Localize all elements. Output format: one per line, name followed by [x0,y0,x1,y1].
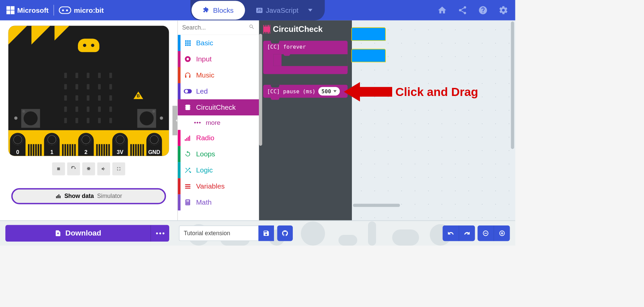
download-icon [54,230,61,237]
category-more[interactable]: more [178,115,259,130]
workspace-canvas[interactable] [352,20,515,220]
header-bar: Microsoft micro:bit Blocks JS JavaScript [0,0,515,20]
category-math[interactable]: Math [178,194,259,210]
svg-point-15 [187,58,189,60]
simulator-panel: A B 0 1 2 3V GND [0,20,177,220]
button-b[interactable] [137,109,156,128]
loop-icon [184,150,192,158]
save-icon [263,230,270,237]
blocks-flyout: CircuitCheck [CC] forever [CC] pause (ms… [259,20,352,220]
microbit-simulator[interactable]: A B 0 1 2 3V GND [8,26,169,156]
chip-icon [184,103,192,111]
debug-button[interactable] [82,162,95,175]
share-button[interactable] [457,5,468,15]
search-input[interactable] [182,24,255,31]
workspace-scroll-horizontal[interactable] [353,204,509,207]
category-led[interactable]: Led [178,83,259,99]
undo-button[interactable] [443,225,459,241]
category-label: Basic [196,39,213,47]
mute-button[interactable] [97,162,110,175]
category-music[interactable]: Music [178,67,259,83]
show-data-button[interactable]: Show data Simulator [11,188,166,204]
category-label: Loops [196,150,215,158]
download-options-button[interactable] [150,225,169,242]
category-loops[interactable]: Loops [178,146,259,162]
block-cc-forever[interactable]: [CC] forever [263,41,348,74]
category-logic[interactable]: Logic [178,162,259,178]
microbit-logo[interactable]: micro:bit [59,6,104,14]
svg-rect-10 [189,42,191,44]
pin-3v[interactable]: 3V [112,133,128,156]
block-cc-pause[interactable]: [CC] pause (ms) 500 [263,85,348,98]
help-button[interactable] [477,5,488,15]
category-variables[interactable]: Variables [178,178,259,194]
svg-rect-34 [185,188,190,189]
svg-rect-31 [189,136,190,141]
button-a[interactable] [21,109,40,128]
bars-icon [55,193,61,199]
tab-js-label: JavaScript [266,6,298,14]
brand-logos: Microsoft micro:bit [6,5,104,15]
category-label: CircuitCheck [196,103,236,112]
svg-rect-13 [189,44,191,46]
toolbox: BasicInputMusicLedCircuitCheckmoreRadioL… [177,20,259,220]
js-icon: JS [256,8,263,13]
svg-rect-11 [185,44,186,46]
svg-point-25 [194,122,196,123]
category-label: Logic [196,166,213,174]
pin-gnd[interactable]: GND [146,133,162,156]
pause-value-dropdown[interactable]: 500 [318,87,340,96]
svg-rect-1 [56,196,57,198]
svg-rect-6 [187,40,188,42]
block-cc-pause-label: [CC] pause (ms) [267,88,316,94]
category-radio[interactable]: Radio [178,130,259,146]
category-label: Led [196,87,208,96]
category-input[interactable]: Input [178,51,259,67]
category-label: Input [196,55,212,63]
pin-2[interactable]: 2 [78,133,94,156]
chevron-down-icon[interactable] [308,9,313,11]
restart-button[interactable] [67,162,80,175]
svg-point-39 [189,202,189,203]
lines-icon [184,182,192,190]
toolbox-search[interactable] [178,20,259,35]
download-label: Download [65,229,101,238]
toolbox-scrollbar[interactable] [259,34,262,220]
svg-point-37 [186,202,187,203]
toggle-icon [184,87,192,95]
microsoft-icon [6,6,14,14]
tab-blocks[interactable]: Blocks [191,1,245,19]
dropdown-icon [333,90,337,92]
home-button[interactable] [437,5,448,15]
stop-button[interactable] [52,162,65,175]
save-button[interactable] [259,225,274,241]
svg-point-27 [199,122,201,123]
microsoft-logo[interactable]: Microsoft [6,6,49,14]
show-data-target: Simulator [97,193,122,200]
settings-button[interactable] [498,5,509,15]
project-name-input[interactable] [179,225,259,241]
svg-point-26 [197,122,198,123]
github-button[interactable] [277,225,293,241]
category-circuitcheck[interactable]: CircuitCheck [178,99,259,115]
workspace-scroll-vertical[interactable] [511,21,514,204]
category-basic[interactable]: Basic [178,35,259,51]
tab-javascript[interactable]: JS JavaScript [245,1,324,19]
redo-button[interactable] [459,225,475,241]
svg-rect-3 [58,194,59,198]
download-button[interactable]: Download [5,225,150,242]
category-label: Variables [196,182,225,191]
tab-blocks-label: Blocks [213,6,233,14]
zoom-out-button[interactable] [477,225,494,241]
category-label: Math [196,198,212,207]
collapse-simulator-button[interactable] [173,106,177,135]
pin-0[interactable]: 0 [10,133,26,156]
workspace-block-1[interactable] [351,28,385,41]
pin-1[interactable]: 1 [44,133,59,156]
zoom-in-button[interactable] [494,225,510,241]
workspace-block-2[interactable] [351,49,385,62]
category-label: Music [196,71,214,80]
grid-icon [184,39,192,47]
header-actions [437,5,509,15]
fullscreen-button[interactable] [112,162,125,175]
